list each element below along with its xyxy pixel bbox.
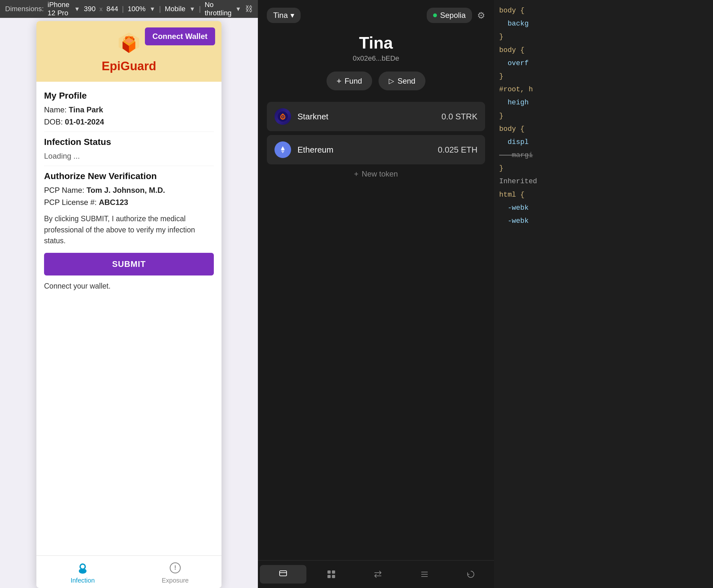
code-prop-5: -webk <box>499 204 528 212</box>
connect-wallet-button[interactable]: Connect Wallet <box>145 27 215 45</box>
starknet-token-icon <box>275 108 291 125</box>
code-line-11: displ <box>499 136 708 148</box>
epiguard-cube-icon <box>117 34 141 57</box>
network-icon[interactable]: ⛓ <box>245 3 253 15</box>
exposure-nav-icon: ! <box>168 561 182 575</box>
authorization-text: By clicking SUBMIT, I authorize the medi… <box>44 213 214 247</box>
code-line-8: heigh <box>499 97 708 108</box>
browser-chrome: Dimensions: iPhone 12 Pro ▾ 390 x 844 | … <box>0 0 258 588</box>
infection-section-title: Infection Status <box>44 137 214 147</box>
send-arrow-icon: ▷ <box>389 77 394 85</box>
wallet-user-dropdown-icon: ▾ <box>290 11 294 20</box>
divider-2 <box>44 166 214 166</box>
svg-rect-19 <box>332 575 335 578</box>
throttle-selector[interactable]: No throttling <box>204 1 231 17</box>
toolbar-separator-2: | <box>159 5 161 13</box>
dimension-x: x <box>99 5 103 13</box>
pcp-license-label: PCP License #: <box>44 198 97 207</box>
token-list: Starknet 0.0 STRK Ethereum 0.025 ETH <box>267 102 485 164</box>
svg-rect-17 <box>332 570 335 574</box>
code-inherited: Inherited <box>499 177 537 186</box>
wallet-header: Tina ▾ Sepolia ⚙ <box>258 0 494 28</box>
name-label: Name: <box>44 105 67 114</box>
infection-nav-icon <box>75 561 90 575</box>
browser-toolbar: Dimensions: iPhone 12 Pro ▾ 390 x 844 | … <box>0 0 258 18</box>
code-selector-4: } <box>499 72 503 80</box>
app-body: My Profile Name: Tina Park DOB: 01-01-20… <box>36 82 221 555</box>
code-line-2: backg <box>499 18 708 29</box>
wallet-nav-grid[interactable] <box>308 564 355 585</box>
ethereum-token-row[interactable]: Ethereum 0.025 ETH <box>267 135 485 164</box>
bottom-nav: Infection ! Exposure <box>36 555 221 588</box>
width-value: 390 <box>84 5 96 13</box>
code-line-17: -webk <box>499 215 708 227</box>
dob-label: DOB: <box>44 118 63 126</box>
send-label: Send <box>397 77 415 86</box>
code-line-15: html { <box>499 189 708 201</box>
zoom-dropdown-icon[interactable]: ▾ <box>149 3 155 15</box>
code-prop-1: backg <box>499 20 528 28</box>
pcp-license-field: PCP License #: ABC123 <box>44 198 214 207</box>
toolbar-separator-1: | <box>122 5 124 13</box>
code-line-7: #root, h <box>499 84 708 95</box>
profile-dob-field: DOB: 01-01-2024 <box>44 118 214 126</box>
svg-point-6 <box>81 565 85 569</box>
height-value: 844 <box>106 5 118 13</box>
code-selector-7: body { <box>499 125 524 133</box>
wallet-swap-icon <box>373 569 383 579</box>
ethereum-token-name: Ethereum <box>298 145 432 155</box>
nav-infection[interactable]: Infection <box>36 556 129 588</box>
wallet-nav-swap[interactable] <box>354 564 401 585</box>
svg-point-12 <box>282 116 284 118</box>
svg-rect-16 <box>327 570 331 574</box>
wallet-fund-button[interactable]: + Fund <box>326 71 372 90</box>
connect-wallet-note: Connect your wallet. <box>44 282 214 291</box>
code-prop-3: heigh <box>499 99 528 107</box>
profile-section-title: My Profile <box>44 91 214 101</box>
wallet-user-label: Tina <box>273 11 288 20</box>
device-selector[interactable]: iPhone 12 Pro <box>47 1 70 17</box>
code-line-16: -webk <box>499 203 708 214</box>
wallet-send-button[interactable]: ▷ Send <box>379 71 426 90</box>
starknet-token-row[interactable]: Starknet 0.0 STRK <box>267 102 485 131</box>
code-panel: body { backg } body { overf } #root, h h… <box>494 0 713 588</box>
app-header: Connect Wallet <box>36 21 221 82</box>
code-line-14: Inherited <box>499 176 708 187</box>
throttle-dropdown-icon[interactable]: ▾ <box>236 3 241 15</box>
divider-1 <box>44 131 214 132</box>
loading-text: Loading ... <box>44 152 214 161</box>
svg-text:!: ! <box>174 564 176 571</box>
mode-selector[interactable]: Mobile <box>165 5 186 13</box>
fund-plus-icon: + <box>337 76 342 86</box>
ethereum-token-balance: 0.025 ETH <box>438 145 477 155</box>
code-line-10: body { <box>499 124 708 135</box>
code-selector-5: #root, h <box>499 86 533 93</box>
mode-dropdown-icon[interactable]: ▾ <box>189 3 195 15</box>
phone-frame-wrapper: Connect Wallet <box>0 18 258 588</box>
wallet-network-label: Sepolia <box>440 11 466 20</box>
pcp-name-label: PCP Name: <box>44 186 84 194</box>
pcp-name-value: Tom J. Johnson, M.D. <box>86 186 165 194</box>
wallet-settings-button[interactable]: ⚙ <box>477 10 485 21</box>
submit-button[interactable]: SUBMIT <box>44 253 214 275</box>
code-selector-9: html { <box>499 191 524 199</box>
pcp-name-field: PCP Name: Tom J. Johnson, M.D. <box>44 186 214 195</box>
dimensions-label: Dimensions: <box>5 5 44 13</box>
wallet-nav-list[interactable] <box>401 564 448 585</box>
new-token-button[interactable]: + New token <box>354 169 398 178</box>
code-line-12: -margi <box>499 150 708 161</box>
code-line-9: } <box>499 110 708 122</box>
zoom-selector[interactable]: 100% <box>128 5 146 13</box>
profile-name-field: Name: Tina Park <box>44 105 214 114</box>
nav-exposure[interactable]: ! Exposure <box>129 556 221 588</box>
device-dropdown-icon[interactable]: ▾ <box>74 3 80 15</box>
wallet-network-button[interactable]: Sepolia <box>427 8 472 23</box>
wallet-nav-home[interactable] <box>260 565 306 584</box>
wallet-grid-icon <box>326 569 336 579</box>
epiguard-logo-text: EpiGuard <box>102 59 156 73</box>
new-token-label: New token <box>362 169 398 178</box>
wallet-nav-refresh[interactable] <box>448 564 494 585</box>
svg-point-7 <box>79 569 86 574</box>
code-line-6: } <box>499 71 708 82</box>
wallet-user-button[interactable]: Tina ▾ <box>267 8 301 23</box>
